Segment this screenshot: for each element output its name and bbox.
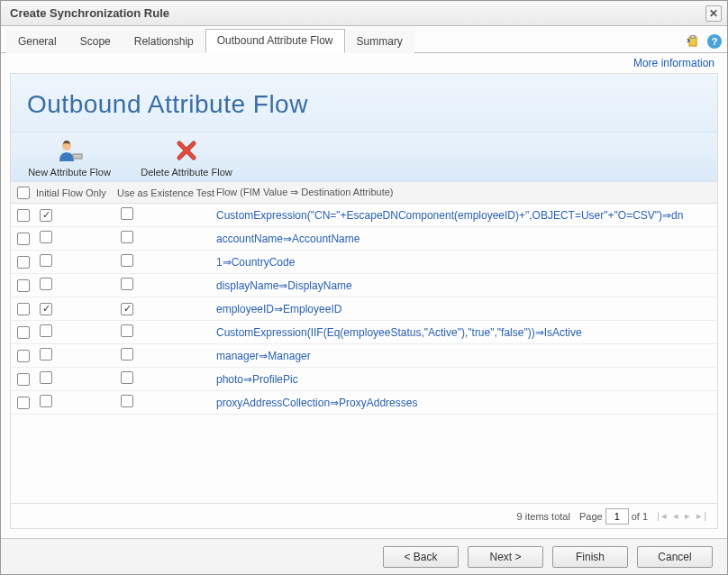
attribute-flow-panel: Outbound Attribute Flow New Attribute Fl… bbox=[10, 73, 718, 529]
delete-attribute-flow-button[interactable]: Delete Attribute Flow bbox=[128, 138, 245, 178]
table-row[interactable]: CustomExpression("CN="+EscapeDNComponent… bbox=[11, 204, 717, 227]
col-header-existence-test[interactable]: Use as Existence Test bbox=[117, 187, 216, 198]
existence-test-checkbox[interactable] bbox=[121, 395, 133, 407]
dialog-footer: < Back Next > Finish Cancel bbox=[1, 538, 727, 574]
existence-test-checkbox[interactable] bbox=[121, 348, 133, 361]
flow-expression-link[interactable]: CustomExpression("CN="+EscapeDNComponent… bbox=[216, 209, 717, 222]
row-select-checkbox[interactable] bbox=[17, 233, 30, 245]
existence-test-checkbox[interactable] bbox=[121, 324, 133, 337]
row-select-checkbox[interactable] bbox=[17, 279, 30, 292]
clipboard-icon[interactable] bbox=[686, 34, 700, 49]
user-add-icon bbox=[55, 138, 84, 163]
table-row[interactable]: photo⇒ProfilePic bbox=[11, 368, 717, 391]
flow-expression-link[interactable]: accountName⇒AccountName bbox=[216, 233, 717, 245]
select-all-checkbox[interactable] bbox=[17, 187, 30, 199]
table-row[interactable]: proxyAddressCollection⇒ProxyAddresses bbox=[11, 391, 717, 415]
row-select-checkbox[interactable] bbox=[17, 209, 30, 222]
table-row[interactable]: manager⇒Manager bbox=[11, 344, 717, 368]
close-icon: ✕ bbox=[709, 7, 718, 20]
pager-page-input[interactable] bbox=[605, 508, 629, 525]
row-select-checkbox[interactable] bbox=[17, 326, 30, 339]
panel-toolbar: New Attribute Flow Delete Attribute Flow bbox=[11, 132, 717, 182]
existence-test-checkbox[interactable] bbox=[121, 278, 133, 290]
tab-outbound-attribute-flow[interactable]: Outbound Attribute Flow bbox=[205, 29, 345, 53]
pager-of-text: of 1 bbox=[632, 511, 648, 522]
flow-expression-link[interactable]: displayName⇒DisplayName bbox=[216, 279, 717, 292]
new-attribute-flow-label: New Attribute Flow bbox=[11, 167, 128, 178]
flow-expression-link[interactable]: CustomExpression(IIF(Eq(employeeStatus,"… bbox=[216, 326, 717, 339]
initial-flow-only-checkbox[interactable] bbox=[40, 231, 52, 243]
table-row[interactable]: CustomExpression(IIF(Eq(employeeStatus,"… bbox=[11, 321, 717, 344]
existence-test-checkbox[interactable] bbox=[121, 207, 133, 220]
flow-expression-link[interactable]: 1⇒CountryCode bbox=[216, 256, 717, 269]
close-button[interactable]: ✕ bbox=[705, 5, 722, 22]
finish-button[interactable]: Finish bbox=[552, 546, 628, 568]
row-select-checkbox[interactable] bbox=[17, 256, 30, 269]
initial-flow-only-checkbox[interactable] bbox=[40, 303, 52, 315]
tab-summary[interactable]: Summary bbox=[345, 30, 414, 53]
row-select-checkbox[interactable] bbox=[17, 397, 30, 409]
new-attribute-flow-button[interactable]: New Attribute Flow bbox=[11, 138, 128, 178]
content-area: Outbound Attribute Flow New Attribute Fl… bbox=[1, 69, 727, 538]
pager-page-label: Page bbox=[579, 511, 603, 522]
panel-header: Outbound Attribute Flow bbox=[11, 74, 717, 132]
more-information-link[interactable]: More information bbox=[1, 53, 727, 69]
table-row[interactable]: 1⇒CountryCode bbox=[11, 251, 717, 274]
flow-expression-link[interactable]: employeeID⇒EmployeeID bbox=[216, 303, 717, 315]
flow-expression-link[interactable]: manager⇒Manager bbox=[216, 350, 717, 362]
svg-rect-1 bbox=[691, 36, 695, 39]
initial-flow-only-checkbox[interactable] bbox=[40, 254, 52, 267]
row-select-checkbox[interactable] bbox=[17, 373, 30, 386]
col-header-flow[interactable]: Flow (FIM Value ⇒ Destination Attribute) bbox=[216, 187, 717, 198]
svg-rect-3 bbox=[73, 154, 82, 159]
panel-title: Outbound Attribute Flow bbox=[27, 90, 701, 119]
row-select-checkbox[interactable] bbox=[17, 303, 30, 315]
initial-flow-only-checkbox[interactable] bbox=[40, 348, 52, 361]
table-row[interactable]: accountName⇒AccountName bbox=[11, 227, 717, 251]
initial-flow-only-checkbox[interactable] bbox=[40, 209, 52, 222]
existence-test-checkbox[interactable] bbox=[121, 371, 133, 384]
tab-relationship[interactable]: Relationship bbox=[123, 30, 205, 53]
tab-bar: GeneralScopeRelationshipOutbound Attribu… bbox=[1, 26, 727, 53]
dialog-title: Create Synchronization Rule bbox=[10, 6, 169, 20]
initial-flow-only-checkbox[interactable] bbox=[40, 395, 52, 407]
title-bar: Create Synchronization Rule ✕ bbox=[1, 1, 727, 26]
initial-flow-only-checkbox[interactable] bbox=[40, 324, 52, 337]
cancel-button[interactable]: Cancel bbox=[637, 546, 713, 568]
delete-attribute-flow-label: Delete Attribute Flow bbox=[128, 167, 245, 178]
pager: 9 items total Page of 1 |◂ ◂ ▸ ▸| bbox=[11, 503, 717, 528]
next-button[interactable]: Next > bbox=[468, 546, 543, 568]
col-header-initial-flow[interactable]: Initial Flow Only bbox=[36, 187, 117, 198]
dialog-window: Create Synchronization Rule ✕ GeneralSco… bbox=[0, 0, 728, 575]
tab-general[interactable]: General bbox=[6, 30, 68, 53]
existence-test-checkbox[interactable] bbox=[121, 303, 133, 315]
existence-test-checkbox[interactable] bbox=[121, 254, 133, 267]
row-select-checkbox[interactable] bbox=[17, 350, 30, 362]
grid-body: CustomExpression("CN="+EscapeDNComponent… bbox=[11, 204, 717, 415]
existence-test-checkbox[interactable] bbox=[121, 231, 133, 243]
table-row[interactable]: employeeID⇒EmployeeID bbox=[11, 297, 717, 321]
help-icon[interactable]: ? bbox=[707, 34, 722, 49]
flow-expression-link[interactable]: photo⇒ProfilePic bbox=[216, 373, 717, 386]
grid-header: Initial Flow Only Use as Existence Test … bbox=[11, 182, 717, 204]
tab-bar-icons: ? bbox=[686, 34, 722, 52]
delete-x-icon bbox=[172, 138, 201, 163]
pager-total: 9 items total bbox=[517, 511, 570, 522]
pager-nav-buttons[interactable]: |◂ ◂ ▸ ▸| bbox=[657, 510, 708, 522]
flow-expression-link[interactable]: proxyAddressCollection⇒ProxyAddresses bbox=[216, 397, 717, 409]
table-row[interactable]: displayName⇒DisplayName bbox=[11, 274, 717, 297]
tab-scope[interactable]: Scope bbox=[68, 30, 123, 53]
initial-flow-only-checkbox[interactable] bbox=[40, 278, 52, 290]
initial-flow-only-checkbox[interactable] bbox=[40, 371, 52, 384]
back-button[interactable]: < Back bbox=[383, 546, 459, 568]
